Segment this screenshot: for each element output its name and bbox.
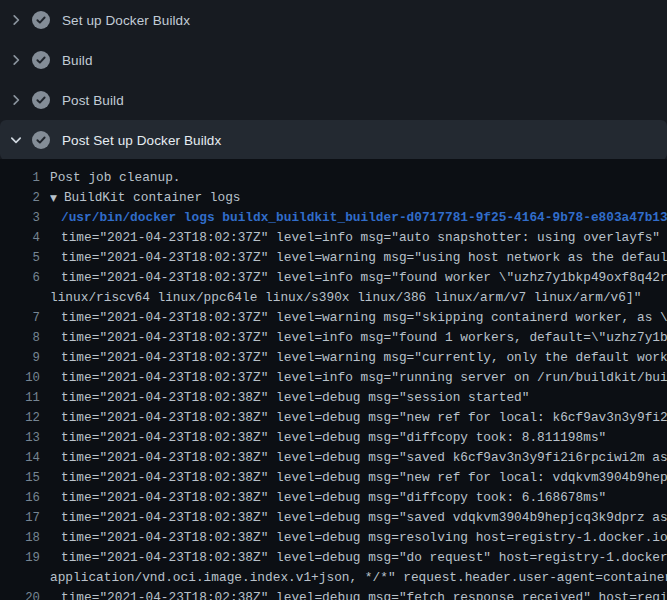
log-line-text: time="2021-04-23T18:02:38Z" level=debug … [50,448,667,468]
log-line-number[interactable]: 18 [0,528,40,548]
log-line-number[interactable]: 15 [0,468,40,488]
log-line-text: time="2021-04-23T18:02:37Z" level=warnin… [50,348,667,368]
log-line: 20 time="2021-04-23T18:02:38Z" level=deb… [0,588,667,600]
log-line-text: time="2021-04-23T18:02:37Z" level=warnin… [50,308,667,328]
log-line-number[interactable]: 12 [0,408,40,428]
log-line-text: time="2021-04-23T18:02:38Z" level=debug … [50,428,606,448]
log-line-number[interactable]: 6 [0,268,40,288]
log-line-number[interactable]: 2 [0,188,40,208]
log-line-text: application/vnd.oci.image.index.v1+json,… [50,568,667,588]
log-line-text: Post job cleanup. [50,168,181,188]
log-line-number[interactable]: 14 [0,448,40,468]
log-line: 3 /usr/bin/docker logs buildx_buildkit_b… [0,208,667,228]
log-line: 12 time="2021-04-23T18:02:38Z" level=deb… [0,408,667,428]
log-line: linux/riscv64 linux/ppc64le linux/s390x … [0,288,667,308]
step-label: Post Build [62,93,124,108]
log-line: 6 time="2021-04-23T18:02:37Z" level=info… [0,268,667,288]
log-line-text: time="2021-04-23T18:02:38Z" level=debug … [50,508,667,528]
step-label: Set up Docker Buildx [62,13,190,28]
log-line-text: time="2021-04-23T18:02:38Z" level=debug … [50,468,667,488]
check-circle-icon [32,11,50,29]
log-line: 9 time="2021-04-23T18:02:37Z" level=warn… [0,348,667,368]
log-line-text: time="2021-04-23T18:02:37Z" level=info m… [50,328,667,348]
step-label: Post Set up Docker Buildx [62,133,221,148]
log-line-number[interactable]: 3 [0,208,40,228]
chevron-right-icon[interactable] [8,92,24,108]
log-line-text: time="2021-04-23T18:02:37Z" level=info m… [50,228,660,248]
log-line-number[interactable]: 20 [0,588,40,600]
step-row-3[interactable]: Post Set up Docker Buildx [0,120,667,160]
log-line: 8 time="2021-04-23T18:02:37Z" level=info… [0,328,667,348]
log-line-number[interactable]: 16 [0,488,40,508]
log-line: 19 time="2021-04-23T18:02:38Z" level=deb… [0,548,667,568]
log-group-header[interactable]: 2 ▼BuildKit container logs [0,188,667,208]
check-circle-icon [32,51,50,69]
group-collapse-triangle-icon[interactable]: ▼ [50,188,57,208]
steps-list: Set up Docker Buildx Build Post Buil [0,0,667,160]
log-line: 10 time="2021-04-23T18:02:37Z" level=inf… [0,368,667,388]
log-line-number[interactable]: 5 [0,248,40,268]
log-line: 7 time="2021-04-23T18:02:37Z" level=warn… [0,308,667,328]
log-line: 17 time="2021-04-23T18:02:38Z" level=deb… [0,508,667,528]
log-line-text: time="2021-04-23T18:02:38Z" level=debug … [50,488,606,508]
log-line-number[interactable]: 11 [0,388,40,408]
log-line-text: time="2021-04-23T18:02:37Z" level=info m… [50,368,667,388]
log-line-text: time="2021-04-23T18:02:38Z" level=debug … [50,588,667,600]
log-line-number[interactable]: 1 [0,168,40,188]
log-line-number[interactable]: 7 [0,308,40,328]
step-row-0[interactable]: Set up Docker Buildx [0,0,667,40]
log-panel: 1 Post job cleanup. 2 ▼BuildKit containe… [0,159,667,600]
log-line-text: ▼BuildKit container logs [50,188,241,208]
log-line: 15 time="2021-04-23T18:02:38Z" level=deb… [0,468,667,488]
check-circle-icon [32,131,50,149]
log-line-text: time="2021-04-23T18:02:37Z" level=info m… [50,268,667,288]
log-line-text: /usr/bin/docker logs buildx_buildkit_bui… [50,208,667,228]
actions-log-viewer: Set up Docker Buildx Build Post Buil [0,0,667,600]
log-line-number[interactable]: 19 [0,548,40,568]
log-line-number[interactable]: 10 [0,368,40,388]
chevron-down-icon[interactable] [8,132,24,148]
log-line: 1 Post job cleanup. [0,168,667,188]
log-line: 4 time="2021-04-23T18:02:37Z" level=info… [0,228,667,248]
log-line-text: time="2021-04-23T18:02:37Z" level=warnin… [50,248,667,268]
step-label: Build [62,53,93,68]
step-row-1[interactable]: Build [0,40,667,80]
log-line: application/vnd.oci.image.index.v1+json,… [0,568,667,588]
check-circle-icon [32,91,50,109]
log-line: 16 time="2021-04-23T18:02:38Z" level=deb… [0,488,667,508]
log-line: 13 time="2021-04-23T18:02:38Z" level=deb… [0,428,667,448]
log-line-text: time="2021-04-23T18:02:38Z" level=debug … [50,528,667,548]
log-line-number[interactable]: 17 [0,508,40,528]
log-line-number[interactable]: 13 [0,428,40,448]
chevron-right-icon[interactable] [8,52,24,68]
log-line: 14 time="2021-04-23T18:02:38Z" level=deb… [0,448,667,468]
chevron-right-icon[interactable] [8,12,24,28]
log-line-number[interactable]: 9 [0,348,40,368]
log-line-text: time="2021-04-23T18:02:38Z" level=debug … [50,408,667,428]
log-line: 18 time="2021-04-23T18:02:38Z" level=deb… [0,528,667,548]
log-line-text: time="2021-04-23T18:02:38Z" level=debug … [50,388,529,408]
log-line: 11 time="2021-04-23T18:02:38Z" level=deb… [0,388,667,408]
log-line-number[interactable]: 4 [0,228,40,248]
log-line-text: time="2021-04-23T18:02:38Z" level=debug … [50,548,667,568]
log-line-text: linux/riscv64 linux/ppc64le linux/s390x … [50,288,641,308]
log-line-number[interactable]: 8 [0,328,40,348]
log-line: 5 time="2021-04-23T18:02:37Z" level=warn… [0,248,667,268]
step-row-2[interactable]: Post Build [0,80,667,120]
